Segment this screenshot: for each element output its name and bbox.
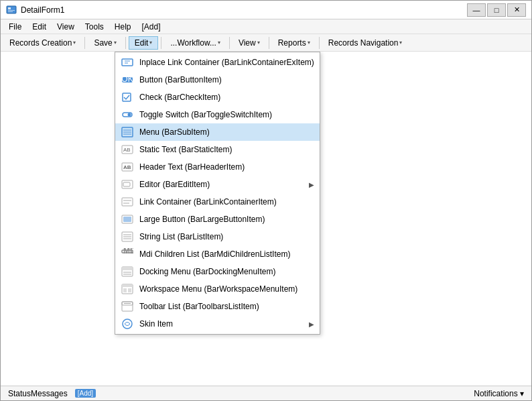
header-text-label: Header Text (BarHeaderItem) bbox=[139, 162, 314, 172]
string-list-label: String List (BarListItem) bbox=[139, 232, 314, 241]
menu-item-mdi-children[interactable]: MDI Mdi Children List (BarMdiChildrenLis… bbox=[115, 245, 320, 263]
toolbar-list-label: Toolbar List (BarToolbarsListItem) bbox=[139, 302, 314, 311]
inplace-link-icon bbox=[121, 56, 134, 69]
menu-item-skin-item[interactable]: Skin Item ▶ bbox=[115, 315, 320, 333]
mdi-children-label: Mdi Children List (BarMdiChildrenListIte… bbox=[139, 249, 314, 259]
workflow-label: ...Workflow... bbox=[170, 38, 216, 48]
menu-item-docking-menu[interactable]: Docking Menu (BarDockingMenuItem) bbox=[115, 263, 320, 280]
menu-item-inplace-link[interactable]: Inplace Link Container (BarLinkContainer… bbox=[115, 54, 320, 71]
reports-arrow: ▾ bbox=[308, 40, 310, 46]
status-left: StatusMessages [Add] bbox=[3, 388, 96, 400]
button-icon: OK bbox=[121, 73, 134, 87]
menu-item-link-container[interactable]: Link Container (BarLinkContainerItem) bbox=[115, 193, 320, 211]
menu-item-static-text[interactable]: ab Static Text (BarStaticItem) bbox=[115, 141, 320, 158]
svg-rect-0 bbox=[7, 6, 16, 13]
view-arrow: ▾ bbox=[257, 40, 260, 46]
toolbar-records-navigation[interactable]: Records Navigation ▾ bbox=[322, 36, 409, 50]
svg-point-44 bbox=[123, 319, 132, 329]
toggle-label: Toggle Switch (BarToggleSwitchItem) bbox=[139, 110, 314, 119]
toolbar-reports[interactable]: Reports ▾ bbox=[272, 36, 316, 50]
reports-label: Reports bbox=[278, 38, 306, 48]
minimize-button[interactable]: — bbox=[467, 3, 486, 17]
menu-help[interactable]: Help bbox=[109, 21, 137, 33]
workflow-arrow: ▾ bbox=[218, 40, 220, 46]
window-controls: — □ ✕ bbox=[467, 3, 526, 17]
svg-rect-26 bbox=[123, 217, 131, 222]
edit-label: Edit bbox=[135, 38, 149, 48]
svg-rect-40 bbox=[128, 288, 131, 292]
static-text-icon: ab bbox=[121, 143, 134, 156]
link-container-icon bbox=[121, 195, 134, 209]
toolbar-workflow[interactable]: ...Workflow... ▾ bbox=[164, 36, 226, 50]
menu-item-toggle[interactable]: Toggle Switch (BarToggleSwitchItem) bbox=[115, 106, 320, 123]
menu-item-large-button[interactable]: Large Button (BarLargeButtonItem) bbox=[115, 211, 320, 228]
large-button-label: Large Button (BarLargeButtonItem) bbox=[139, 215, 314, 224]
mdi-children-icon: MDI bbox=[121, 247, 134, 261]
menu-edit[interactable]: Edit bbox=[27, 21, 52, 33]
close-button[interactable]: ✕ bbox=[507, 3, 526, 17]
svg-text:ab: ab bbox=[123, 144, 131, 154]
skin-item-icon bbox=[121, 317, 134, 331]
menu-item-string-list[interactable]: String List (BarListItem) bbox=[115, 228, 320, 245]
svg-rect-1 bbox=[8, 7, 11, 9]
editor-icon bbox=[121, 178, 134, 191]
svg-text:OK: OK bbox=[121, 74, 133, 84]
records-creation-arrow: ▾ bbox=[73, 40, 76, 46]
menu-item-menu[interactable]: Menu (BarSubItem) bbox=[115, 123, 320, 141]
toggle-icon bbox=[121, 108, 134, 121]
static-text-label: Static Text (BarStaticItem) bbox=[139, 145, 314, 154]
menu-icon bbox=[121, 125, 134, 139]
svg-rect-4 bbox=[122, 59, 133, 66]
workspace-menu-label: Workspace Menu (BarWorkspaceMenuItem) bbox=[139, 284, 314, 294]
maximize-button[interactable]: □ bbox=[487, 3, 506, 17]
menu-tools[interactable]: Tools bbox=[80, 21, 109, 33]
svg-rect-39 bbox=[123, 288, 127, 292]
toolbar-edit[interactable]: Edit ▾ bbox=[129, 36, 159, 50]
link-container-label: Link Container (BarLinkContainerItem) bbox=[139, 197, 314, 207]
string-list-icon bbox=[121, 230, 134, 243]
separator-4 bbox=[229, 37, 230, 49]
svg-rect-34 bbox=[122, 267, 133, 270]
inplace-link-label: Inplace Link Container (BarLinkContainer… bbox=[139, 58, 314, 67]
skin-item-submenu-arrow: ▶ bbox=[309, 321, 314, 328]
separator-1 bbox=[84, 37, 85, 49]
svg-text:ab: ab bbox=[123, 162, 131, 171]
notifications-label: Notifications bbox=[474, 389, 517, 398]
separator-3 bbox=[161, 37, 161, 49]
skin-item-label: Skin Item bbox=[139, 319, 304, 329]
svg-rect-2 bbox=[8, 10, 15, 11]
editor-label: Editor (BarEditItem) bbox=[139, 180, 304, 189]
menu-add[interactable]: [Add] bbox=[137, 21, 166, 33]
status-right: Notifications ▾ bbox=[469, 388, 529, 400]
notifications-button[interactable]: Notifications ▾ bbox=[469, 388, 529, 400]
menu-view[interactable]: View bbox=[52, 21, 80, 33]
check-icon bbox=[121, 91, 134, 104]
status-messages[interactable]: StatusMessages bbox=[3, 388, 72, 400]
menu-item-editor[interactable]: Editor (BarEditItem) ▶ bbox=[115, 176, 320, 193]
menu-item-check[interactable]: Check (BarCheckItem) bbox=[115, 89, 320, 106]
notifications-arrow: ▾ bbox=[520, 389, 524, 398]
main-window: DetailForm1 — □ ✕ File Edit View Tools H… bbox=[0, 0, 532, 401]
app-icon bbox=[6, 5, 17, 15]
toolbar-view[interactable]: View ▾ bbox=[232, 36, 266, 50]
workspace-menu-icon bbox=[121, 282, 134, 296]
docking-menu-icon bbox=[121, 265, 134, 278]
menu-item-button[interactable]: OK Button (BarButtonItem) bbox=[115, 71, 320, 89]
docking-menu-label: Docking Menu (BarDockingMenuItem) bbox=[139, 267, 314, 276]
check-label: Check (BarCheckItem) bbox=[139, 93, 314, 102]
menu-file[interactable]: File bbox=[3, 21, 27, 33]
separator-6 bbox=[319, 37, 320, 49]
svg-point-11 bbox=[128, 113, 131, 117]
svg-text:MDI: MDI bbox=[123, 248, 133, 255]
large-button-icon bbox=[121, 213, 134, 226]
toolbar-records-creation[interactable]: Records Creation ▾ bbox=[3, 36, 82, 50]
status-add-badge[interactable]: [Add] bbox=[75, 389, 96, 398]
toolbar-save[interactable]: Save ▾ bbox=[88, 36, 122, 50]
edit-arrow: ▾ bbox=[149, 40, 152, 46]
menu-item-header-text[interactable]: ab Header Text (BarHeaderItem) bbox=[115, 158, 320, 176]
menu-item-workspace-menu[interactable]: Workspace Menu (BarWorkspaceMenuItem) bbox=[115, 280, 320, 298]
header-text-icon: ab bbox=[121, 160, 134, 174]
context-menu: Inplace Link Container (BarLinkContainer… bbox=[115, 52, 320, 335]
menu-item-toolbar-list[interactable]: Toolbar List (BarToolbarsListItem) bbox=[115, 298, 320, 315]
separator-5 bbox=[269, 37, 269, 49]
